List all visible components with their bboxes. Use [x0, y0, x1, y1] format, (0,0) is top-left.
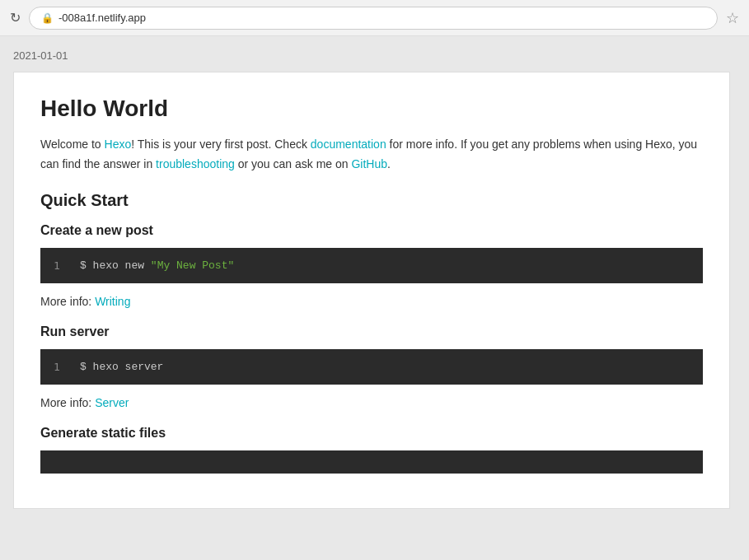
intro-text-1: Welcome to	[40, 138, 105, 151]
address-bar[interactable]: 🔒 -008a1f.netlify.app	[29, 7, 718, 30]
generate-heading: Generate static files	[40, 426, 703, 441]
more-info-writing-label: More info:	[40, 295, 95, 308]
quick-start-heading: Quick Start	[40, 191, 703, 210]
more-info-server-label: More info:	[40, 396, 95, 409]
code-new-post: $ hexo new "My New Post"	[80, 259, 234, 272]
line-number-2: 1	[54, 361, 67, 373]
content-card: Hello World Welcome to Hexo! This is you…	[13, 72, 730, 509]
run-server-heading: Run server	[40, 324, 703, 339]
code-server: $ hexo server	[80, 361, 163, 373]
server-link[interactable]: Server	[95, 396, 129, 409]
docs-link[interactable]: documentation	[311, 138, 386, 151]
url-text: -008a1f.netlify.app	[59, 12, 705, 24]
code-string-1: "My New Post"	[151, 259, 234, 272]
post-intro: Welcome to Hexo! This is your very first…	[40, 135, 703, 175]
hexo-link[interactable]: Hexo	[105, 138, 132, 151]
lock-icon: 🔒	[41, 12, 54, 24]
bookmark-icon[interactable]: ☆	[726, 9, 739, 27]
line-number-1: 1	[54, 259, 67, 272]
code-block-server: 1 $ hexo server	[40, 349, 703, 385]
reload-button[interactable]: ↻	[10, 10, 21, 26]
more-info-server: More info: Server	[40, 396, 703, 409]
writing-link[interactable]: Writing	[95, 295, 130, 308]
code-block-generate	[40, 450, 703, 474]
create-post-heading: Create a new post	[40, 223, 703, 238]
post-title: Hello World	[40, 96, 703, 122]
code-block-new-post: 1 $ hexo new "My New Post"	[40, 248, 703, 283]
intro-text-4: or you can ask me on	[235, 157, 352, 170]
page-area: 2021-01-01 Hello World Welcome to Hexo! …	[0, 36, 749, 560]
browser-chrome: ↻ 🔒 -008a1f.netlify.app ☆	[0, 0, 749, 36]
github-link[interactable]: GitHub	[351, 157, 387, 170]
intro-text-2: ! This is your very first post. Check	[131, 138, 311, 151]
intro-text-5: .	[387, 157, 391, 170]
post-date: 2021-01-01	[13, 49, 736, 62]
code-cmd-1: $ hexo new	[80, 259, 151, 272]
troubleshooting-link[interactable]: troubleshooting	[156, 157, 235, 170]
more-info-writing: More info: Writing	[40, 295, 703, 308]
